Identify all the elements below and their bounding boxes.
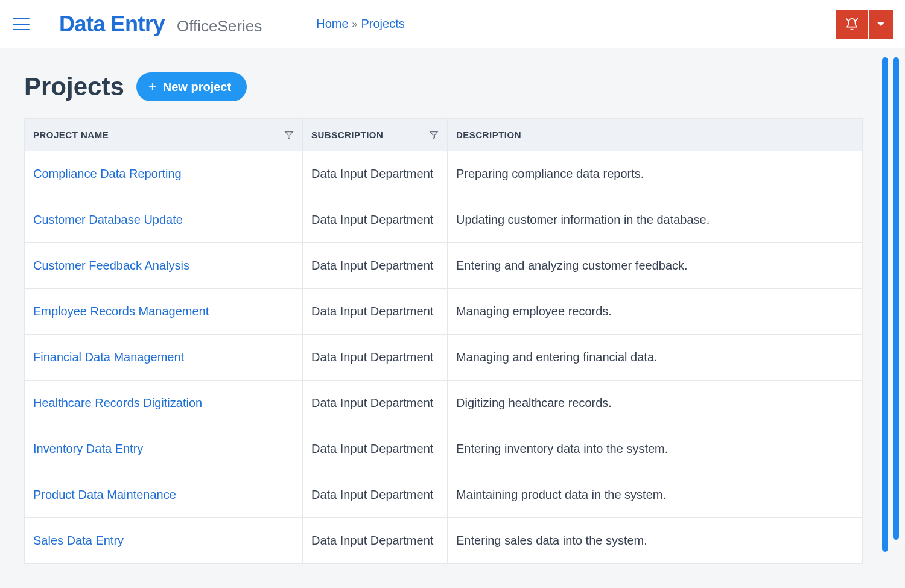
table-row: Financial Data ManagementData Input Depa… xyxy=(25,334,862,380)
breadcrumb-current-link[interactable]: Projects xyxy=(361,17,404,31)
cell-project-name: Sales Data Entry xyxy=(25,517,302,563)
cell-subscription: Data Input Department xyxy=(302,380,447,426)
col-header-name[interactable]: Project Name xyxy=(25,119,302,151)
cell-project-name: Healthcare Records Digitization xyxy=(25,380,302,426)
breadcrumb: Home » Projects xyxy=(316,17,405,31)
cell-project-name: Compliance Data Reporting xyxy=(25,151,302,197)
project-link[interactable]: Inventory Data Entry xyxy=(33,442,143,455)
caret-down-icon xyxy=(877,22,884,26)
cell-subscription: Data Input Department xyxy=(302,426,447,472)
cell-description: Maintaining product data in the system. xyxy=(447,472,862,517)
breadcrumb-home-link[interactable]: Home xyxy=(316,17,348,31)
project-link[interactable]: Employee Records Management xyxy=(33,305,209,318)
cell-description: Managing and entering financial data. xyxy=(447,334,862,380)
cell-project-name: Customer Database Update xyxy=(25,197,302,242)
cell-project-name: Inventory Data Entry xyxy=(25,426,302,472)
notifications-button[interactable] xyxy=(836,10,868,39)
filter-icon[interactable] xyxy=(284,130,294,140)
table-row: Product Data MaintenanceData Input Depar… xyxy=(25,472,862,517)
svg-marker-1 xyxy=(430,131,437,138)
table-row: Healthcare Records DigitizationData Inpu… xyxy=(25,380,862,426)
cell-subscription: Data Input Department xyxy=(302,472,447,517)
cell-subscription: Data Input Department xyxy=(302,517,447,563)
cell-description: Digitizing healthcare records. xyxy=(447,380,862,426)
page-heading: Projects + New project xyxy=(24,72,881,101)
hamburger-wrap xyxy=(0,0,42,48)
menu-icon[interactable] xyxy=(13,18,30,30)
col-header-description-label: Description xyxy=(456,130,521,140)
plus-icon: + xyxy=(148,80,157,94)
col-header-description[interactable]: Description xyxy=(447,119,862,151)
table-row: Inventory Data EntryData Input Departmen… xyxy=(25,426,862,472)
table-body: Compliance Data ReportingData Input Depa… xyxy=(25,151,862,563)
brand-title: Data Entry xyxy=(59,11,165,37)
cell-subscription: Data Input Department xyxy=(302,242,447,288)
col-header-name-label: Project Name xyxy=(33,130,109,140)
project-link[interactable]: Compliance Data Reporting xyxy=(33,167,182,180)
scrollbar[interactable] xyxy=(882,57,888,552)
cell-description: Updating customer information in the dat… xyxy=(447,197,862,242)
cell-project-name: Product Data Maintenance xyxy=(25,472,302,517)
new-project-button[interactable]: + New project xyxy=(136,72,247,101)
table-row: Employee Records ManagementData Input De… xyxy=(25,288,862,334)
scrollbar[interactable] xyxy=(893,57,899,540)
brand-subtitle: OfficeSeries xyxy=(177,17,262,36)
cell-description: Entering sales data into the system. xyxy=(447,517,862,563)
cell-description: Managing employee records. xyxy=(447,288,862,334)
content: Projects + New project Project Name Subs… xyxy=(0,48,905,588)
cell-description: Entering and analyzing customer feedback… xyxy=(447,242,862,288)
table-row: Compliance Data ReportingData Input Depa… xyxy=(25,151,862,197)
project-link[interactable]: Customer Feedback Analysis xyxy=(33,259,189,272)
new-project-label: New project xyxy=(163,80,231,94)
projects-table: Project Name Subscription Description Co… xyxy=(24,118,863,564)
header-actions xyxy=(836,10,893,39)
user-menu-button[interactable] xyxy=(869,10,893,39)
filter-icon[interactable] xyxy=(429,130,439,140)
col-header-subscription-label: Subscription xyxy=(311,130,383,140)
table-row: Customer Database UpdateData Input Depar… xyxy=(25,197,862,242)
col-header-subscription[interactable]: Subscription xyxy=(302,119,447,151)
cell-description: Entering inventory data into the system. xyxy=(447,426,862,472)
cell-description: Preparing compliance data reports. xyxy=(447,151,862,197)
cell-subscription: Data Input Department xyxy=(302,288,447,334)
project-link[interactable]: Financial Data Management xyxy=(33,350,184,364)
project-link[interactable]: Customer Database Update xyxy=(33,213,183,226)
header: Data Entry OfficeSeries Home » Projects xyxy=(0,0,905,48)
cell-project-name: Financial Data Management xyxy=(25,334,302,380)
bell-icon xyxy=(845,17,859,31)
cell-subscription: Data Input Department xyxy=(302,334,447,380)
cell-subscription: Data Input Department xyxy=(302,151,447,197)
brand: Data Entry OfficeSeries xyxy=(42,11,262,37)
table-header-row: Project Name Subscription Description xyxy=(25,119,862,151)
cell-project-name: Customer Feedback Analysis xyxy=(25,242,302,288)
project-link[interactable]: Sales Data Entry xyxy=(33,534,124,547)
table-row: Sales Data EntryData Input DepartmentEnt… xyxy=(25,517,862,563)
page-title: Projects xyxy=(24,72,124,101)
svg-marker-0 xyxy=(285,131,293,138)
cell-subscription: Data Input Department xyxy=(302,197,447,242)
table-row: Customer Feedback AnalysisData Input Dep… xyxy=(25,242,862,288)
chevron-right-icon: » xyxy=(352,19,358,30)
cell-project-name: Employee Records Management xyxy=(25,288,302,334)
project-link[interactable]: Healthcare Records Digitization xyxy=(33,396,202,409)
project-link[interactable]: Product Data Maintenance xyxy=(33,488,176,501)
